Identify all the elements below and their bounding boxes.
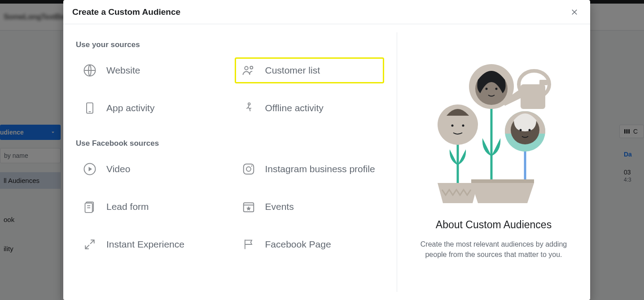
- people-icon: [242, 64, 255, 77]
- about-description: Create the most relevant audiences by ad…: [413, 239, 574, 260]
- option-app-activity-label: App activity: [106, 102, 154, 114]
- svg-point-8: [246, 167, 251, 171]
- option-lead-form-label: Lead form: [106, 201, 149, 213]
- option-instagram-label: Instagram business profile: [265, 163, 375, 175]
- option-customer-list[interactable]: Customer list: [235, 57, 385, 83]
- walking-icon: [242, 101, 255, 115]
- svg-point-1: [245, 66, 248, 70]
- svg-point-29: [486, 88, 488, 90]
- option-offline-activity[interactable]: Offline activity: [235, 95, 385, 121]
- about-pane: About Custom Audiences Create the most r…: [397, 24, 590, 300]
- flower-people-illustration: [426, 53, 561, 205]
- option-website-label: Website: [106, 65, 140, 76]
- fb-sources-heading: Use Facebook sources: [76, 139, 384, 148]
- option-instagram[interactable]: Instagram business profile: [235, 156, 385, 182]
- option-offline-activity-label: Offline activity: [265, 102, 324, 114]
- globe-icon: [83, 64, 96, 77]
- sources-pane: Use your sources Website Customer list: [63, 24, 397, 300]
- option-video[interactable]: Video: [76, 156, 226, 182]
- svg-point-25: [451, 125, 454, 127]
- calendar-star-icon: [242, 200, 255, 213]
- modal-body: Use your sources Website Customer list: [63, 24, 590, 300]
- option-website[interactable]: Website: [76, 57, 226, 83]
- svg-rect-20: [539, 80, 548, 85]
- option-events-label: Events: [265, 201, 294, 213]
- option-instant-experience-label: Instant Experience: [106, 239, 184, 250]
- svg-point-9: [251, 165, 252, 167]
- option-app-activity[interactable]: App activity: [76, 95, 226, 121]
- svg-point-2: [250, 66, 253, 69]
- svg-rect-18: [521, 84, 545, 109]
- svg-point-5: [248, 103, 250, 105]
- fb-sources-grid: Video Instagram business profile Lead fo…: [76, 156, 384, 257]
- flag-icon: [242, 238, 255, 251]
- option-lead-form[interactable]: Lead form: [76, 194, 226, 220]
- about-title: About Custom Audiences: [436, 219, 552, 231]
- option-facebook-page-label: Facebook Page: [265, 239, 331, 250]
- svg-point-35: [520, 129, 522, 131]
- modal-header: Create a Custom Audience: [63, 0, 590, 24]
- option-facebook-page[interactable]: Facebook Page: [235, 231, 385, 257]
- option-events[interactable]: Events: [235, 194, 385, 220]
- play-circle-icon: [83, 162, 96, 176]
- close-button[interactable]: [568, 5, 581, 19]
- svg-point-36: [529, 129, 531, 131]
- modal-title: Create a Custom Audience: [72, 7, 180, 17]
- phone-icon: [83, 101, 96, 115]
- expand-icon: [83, 238, 96, 251]
- svg-point-30: [495, 88, 498, 90]
- instagram-icon: [242, 162, 255, 176]
- svg-point-26: [462, 125, 464, 127]
- option-customer-list-label: Customer list: [265, 65, 320, 76]
- option-instant-experience[interactable]: Instant Experience: [76, 231, 226, 257]
- close-icon: [570, 8, 578, 16]
- your-sources-grid: Website Customer list App activity: [76, 57, 384, 121]
- your-sources-heading: Use your sources: [76, 40, 384, 49]
- option-video-label: Video: [106, 163, 130, 175]
- form-icon: [83, 200, 96, 213]
- create-custom-audience-modal: Create a Custom Audience Use your source…: [63, 0, 590, 300]
- svg-rect-7: [243, 164, 254, 174]
